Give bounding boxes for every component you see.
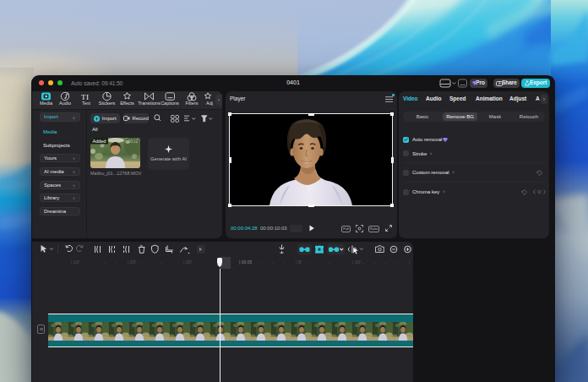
svg-text:Added: Added: [93, 139, 106, 144]
svg-text:TI: TI: [81, 93, 90, 101]
svg-text:00:12: 00:12: [128, 139, 139, 144]
